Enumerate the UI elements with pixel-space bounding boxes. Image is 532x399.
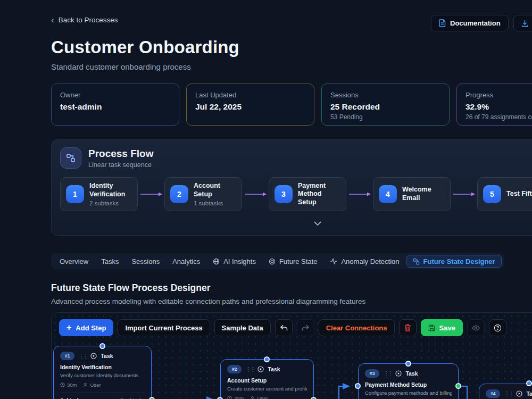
tab-label: Future State Designer — [423, 257, 495, 265]
node-order-badge: #1 — [60, 352, 74, 360]
play-circle-icon — [395, 370, 402, 377]
sample-data-button[interactable]: Sample Data — [214, 319, 271, 336]
stat-value: test-admin — [60, 102, 170, 112]
documentation-button[interactable]: Documentation — [431, 15, 509, 31]
process-flow-header: Process Flow Linear task sequence — [60, 147, 532, 169]
drag-handle-icon[interactable]: ⋮⋮ — [78, 353, 87, 360]
node-description: Create customer account and profiles — [227, 386, 307, 392]
undo-button[interactable] — [275, 319, 293, 336]
drag-handle-icon[interactable]: ⋮⋮ — [245, 366, 254, 373]
subtasks-label: Subtasks: — [60, 397, 84, 399]
task-node-2[interactable]: #2 ⋮⋮ Task Account Setup Create customer… — [220, 359, 314, 399]
duration-value: 30m — [234, 395, 244, 399]
node-type-label: Task — [526, 390, 532, 397]
node2-top-handle[interactable] — [264, 356, 270, 362]
page-content: ‹ Back to Processes Customer Onboarding … — [51, 0, 532, 399]
assignee-meta: User — [250, 395, 268, 399]
node3-left-handle[interactable] — [355, 383, 361, 389]
node3-top-handle[interactable] — [405, 361, 411, 367]
user-icon — [250, 396, 255, 399]
node-order-badge: #2 — [227, 365, 242, 373]
stat-card-owner: Owner test-admin — [51, 84, 179, 126]
node4-top-handle[interactable] — [526, 380, 532, 386]
step-text: Account Setup 1 subtasks — [194, 182, 236, 206]
flow-arrow-icon — [346, 192, 373, 197]
tab-label: Tasks — [101, 257, 119, 265]
process-flow-title: Process Flow — [88, 148, 154, 160]
tab-future-state[interactable]: Future State — [263, 255, 323, 268]
node1-right-handle[interactable] — [149, 397, 155, 399]
node-title: Payment Method Setup — [365, 381, 452, 388]
add-step-button[interactable]: + Add Step — [59, 319, 113, 336]
chevron-down-icon — [314, 221, 321, 226]
process-flow-subtitle: Linear task sequence — [88, 161, 154, 169]
tab-overview[interactable]: Overview — [54, 255, 94, 268]
tab-bar: Overview Tasks Sessions Analytics AI Ins… — [51, 253, 504, 269]
file-text-icon — [439, 19, 446, 27]
step-number-badge: 2 — [170, 185, 188, 203]
node1-top-handle[interactable] — [99, 343, 105, 349]
step-title: Account Setup — [194, 182, 236, 198]
pulse-icon — [330, 258, 337, 264]
tab-future-state-designer[interactable]: Future State Designer — [406, 255, 502, 268]
header-actions: Documentation Export — [431, 15, 532, 31]
page-title: Customer Onboarding — [51, 37, 532, 57]
task-node-3[interactable]: #3 ⋮⋮ Task Payment Method Setup Configur… — [358, 363, 459, 399]
stat-cards-row: Owner test-admin Last Updated Jul 22, 20… — [51, 84, 532, 126]
step-title: Payment Method Setup — [298, 182, 340, 207]
node-order-badge: #3 — [365, 369, 379, 378]
trash-icon — [404, 324, 411, 331]
node2-left-handle[interactable] — [217, 397, 223, 399]
node-meta: 30m User — [227, 395, 307, 399]
node3-right-handle[interactable] — [455, 383, 461, 389]
drag-handle-icon[interactable]: ⋮⋮ — [504, 390, 512, 397]
duration-meta: 30m — [60, 382, 77, 388]
expand-flow-button[interactable] — [307, 218, 328, 229]
redo-icon — [302, 325, 310, 331]
designer-title: Future State Flow Process Designer — [51, 282, 532, 294]
step-subtasks: 1 subtasks — [194, 200, 236, 206]
node-meta: 30m User — [60, 382, 145, 388]
undo-icon — [280, 325, 288, 331]
page-subtitle: Standard customer onboarding process — [51, 62, 532, 71]
stat-card-sessions: Sessions 25 Recorded 53 Pending — [321, 84, 450, 126]
import-current-process-button[interactable]: Import Current Process — [118, 319, 210, 336]
node-description: Configure payment methods and billing — [365, 390, 452, 396]
stat-label: Owner — [60, 91, 170, 99]
process-step-1: 1 Identity Verification 2 subtasks — [60, 177, 138, 211]
delete-button[interactable] — [399, 319, 417, 336]
tab-sessions[interactable]: Sessions — [126, 255, 165, 268]
node-title: Identity Verification — [60, 364, 145, 370]
node-description: Verify customer identity documents — [60, 372, 145, 378]
workflow-icon — [60, 147, 81, 169]
tab-ai-insights[interactable]: AI Insights — [207, 255, 262, 268]
duration-value: 30m — [67, 382, 77, 388]
export-button[interactable]: Export — [513, 15, 532, 31]
tab-label: Analytics — [172, 257, 200, 265]
preview-button[interactable] — [467, 319, 485, 336]
drag-handle-icon[interactable]: ⋮⋮ — [383, 370, 392, 377]
stat-subtext: 26 of 79 assignments completed — [466, 113, 532, 121]
node-title: Account Setup — [227, 377, 307, 384]
designer-toolbar: + Add Step Import Current Process Sample… — [52, 313, 532, 336]
help-button[interactable] — [489, 319, 506, 336]
tab-anomaly-detection[interactable]: Anomaly Detection — [324, 255, 405, 268]
import-label: Import Current Process — [125, 324, 202, 332]
node2-right-handle[interactable] — [311, 397, 317, 399]
task-node-1[interactable]: #1 ⋮⋮ Task Identity Verification Verify … — [53, 346, 152, 399]
task-node-4[interactable]: #4 ⋮⋮ Task Welcome Email — [479, 384, 532, 399]
designer-canvas[interactable]: + Add Step Import Current Process Sample… — [51, 312, 532, 399]
process-step-2: 2 Account Setup 1 subtasks — [164, 177, 242, 211]
process-flow-panel: Process Flow Linear task sequence 1 Iden… — [51, 139, 532, 236]
download-icon — [521, 20, 528, 27]
customer-onboarding-page: ‹ Back to Processes Customer Onboarding … — [0, 0, 532, 399]
stat-label: Last Updated — [195, 91, 305, 99]
redo-button[interactable] — [297, 319, 314, 336]
tab-tasks[interactable]: Tasks — [95, 255, 124, 268]
save-button[interactable]: Save — [421, 319, 463, 336]
play-circle-icon — [516, 390, 522, 397]
clear-connections-button[interactable]: Clear Connections — [319, 319, 395, 336]
step-text: Identity Verification 2 subtasks — [89, 182, 132, 206]
tab-analytics[interactable]: Analytics — [167, 255, 206, 268]
tab-label: AI Insights — [223, 257, 256, 265]
